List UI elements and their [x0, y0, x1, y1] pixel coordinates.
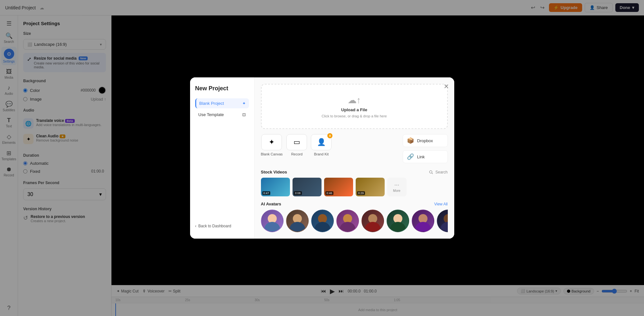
back-arrow-icon: ‹ [195, 224, 197, 228]
blank-canvas-icon: ✦ [269, 138, 274, 146]
source-blank-canvas[interactable]: ✦ Blank Canvas [261, 134, 283, 156]
avatar-body-2 [289, 222, 305, 232]
brand-kit-badge: 8 [327, 133, 332, 138]
avatar-item-5[interactable] [361, 210, 384, 232]
upload-cloud-icon: ☁↑ [348, 95, 361, 105]
avatar-body-8 [440, 222, 448, 232]
video-duration-2: 0:08 [294, 191, 302, 195]
stock-videos-header: Stock Videos Search [261, 170, 448, 174]
video-thumb-2[interactable]: 0:08 [293, 178, 322, 196]
upload-subtitle: Click to browse, or drag & drop a file h… [322, 114, 387, 118]
modal-close-button[interactable]: ✕ [444, 83, 449, 90]
svg-line-1 [432, 173, 433, 174]
dropbox-label: Dropbox [417, 138, 433, 143]
modal-right: ☁↑ Upload a File Click to browse, or dra… [255, 77, 454, 239]
avatars-grid [261, 210, 448, 232]
video-duration-1: 0:47 [262, 191, 271, 195]
view-all-button[interactable]: View All [434, 202, 448, 206]
search-icon [429, 170, 433, 174]
stock-search[interactable]: Search [429, 170, 447, 174]
avatar-item-4[interactable] [336, 210, 359, 232]
ai-avatars-header: AI Avatars View All [261, 202, 448, 206]
modal-left: New Project Blank Project ✦ Use Template… [190, 77, 255, 239]
modal-overlay[interactable]: ✕ New Project Blank Project ✦ Use Templa… [0, 0, 644, 316]
blank-project-icon: ✦ [242, 101, 246, 106]
video-thumb-3[interactable]: 0:46 [324, 178, 353, 196]
more-dots-icon: ··· [394, 182, 399, 188]
blank-project-label: Blank Project [199, 101, 224, 106]
use-template-icon: ⊡ [242, 112, 246, 117]
link-source[interactable]: 🔗 Link [403, 150, 448, 163]
back-dashboard-label: Back to Dashboard [198, 224, 231, 228]
avatar-item-6[interactable] [387, 210, 409, 232]
video-thumb-4[interactable]: 0:29 [356, 178, 385, 196]
record-source-label: Record [291, 152, 303, 156]
source-record[interactable]: ▭ Record [286, 134, 307, 156]
avatar-item-2[interactable] [286, 210, 309, 232]
avatar-item-8[interactable] [437, 210, 448, 232]
link-icon: 🔗 [407, 153, 414, 160]
video-thumb-1[interactable]: 0:47 [261, 178, 290, 196]
video-grid: 0:47 0:08 0:46 0:29 ··· More [261, 178, 448, 196]
avatar-body-7 [415, 222, 431, 232]
avatar-item-7[interactable] [412, 210, 434, 232]
search-label: Search [435, 170, 447, 174]
modal-title: New Project [195, 85, 249, 92]
dropbox-icon: 📦 [407, 137, 414, 144]
modal-menu-template[interactable]: Use Template ⊡ [195, 110, 249, 120]
new-project-modal: ✕ New Project Blank Project ✦ Use Templa… [190, 77, 454, 239]
avatar-body-1 [264, 222, 280, 232]
source-grid: ✦ Blank Canvas ▭ Record 👤 8 [261, 134, 332, 156]
avatar-item-1[interactable] [261, 210, 284, 232]
record-source-icon: ▭ [293, 138, 300, 146]
dropbox-source[interactable]: 📦 Dropbox [403, 134, 448, 147]
back-dashboard-button[interactable]: ‹ Back to Dashboard [195, 221, 249, 231]
video-more-button[interactable]: ··· More [387, 178, 407, 196]
video-duration-4: 0:29 [357, 191, 365, 195]
avatar-item-3[interactable] [311, 210, 334, 232]
brand-kit-label: Brand Kit [314, 152, 329, 156]
upload-title: Upload a File [341, 107, 367, 112]
upload-area[interactable]: ☁↑ Upload a File Click to browse, or dra… [261, 84, 448, 129]
video-duration-3: 0:46 [325, 191, 334, 195]
avatar-body-4 [340, 222, 356, 232]
avatar-body-3 [314, 222, 331, 232]
use-template-label: Use Template [198, 112, 224, 117]
blank-canvas-label: Blank Canvas [261, 152, 283, 156]
avatar-body-5 [365, 222, 381, 232]
ai-avatars-title: AI Avatars [261, 202, 281, 206]
more-label: More [393, 189, 400, 193]
stock-videos-title: Stock Videos [261, 170, 287, 174]
brand-kit-icon: 👤 [317, 138, 326, 146]
modal-menu-blank[interactable]: Blank Project ✦ [195, 98, 249, 108]
side-source-list: 📦 Dropbox 🔗 Link [403, 134, 448, 163]
avatar-body-6 [390, 222, 406, 232]
link-label: Link [417, 154, 425, 159]
source-brand-kit[interactable]: 👤 8 Brand Kit [311, 134, 332, 156]
svg-point-0 [430, 171, 432, 173]
